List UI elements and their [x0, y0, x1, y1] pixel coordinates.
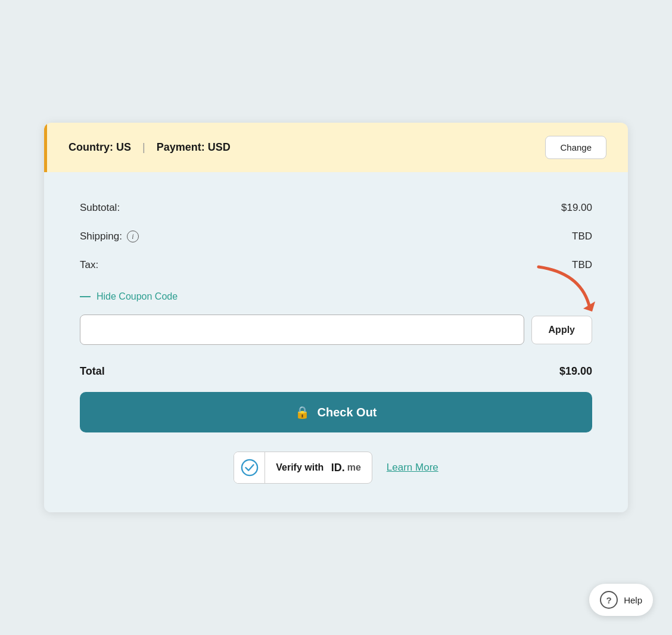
shipping-label: Shipping: i	[80, 231, 139, 242]
verify-section: Verify with ID.me Learn More	[80, 452, 592, 488]
coupon-input[interactable]	[80, 315, 524, 345]
checkout-button[interactable]: 🔒 Check Out	[80, 392, 592, 432]
idme-suffix: me	[347, 462, 361, 473]
idme-check-icon	[234, 452, 265, 483]
total-row: Total $19.00	[80, 359, 592, 392]
total-label: Total	[80, 365, 105, 378]
subtotal-value: $19.00	[561, 202, 592, 214]
coupon-row-wrapper: Apply	[80, 315, 592, 345]
coupon-toggle[interactable]: — Hide Coupon Code	[80, 279, 592, 309]
idme-button[interactable]: Verify with ID.me	[234, 452, 372, 484]
checkout-card: Country: US | Payment: USD Change Subtot…	[44, 123, 628, 512]
subtotal-row: Subtotal: $19.00	[80, 194, 592, 222]
shipping-row: Shipping: i TBD	[80, 222, 592, 251]
help-label: Help	[624, 595, 642, 605]
header-bar: Country: US | Payment: USD Change	[44, 123, 628, 172]
idme-brand: ID.	[331, 462, 345, 474]
payment-label: Payment: USD	[157, 141, 231, 153]
coupon-row: Apply	[80, 315, 592, 345]
separator: |	[142, 141, 145, 153]
main-content: Subtotal: $19.00 Shipping: i TBD Tax: TB…	[44, 172, 628, 512]
tax-label: Tax:	[80, 259, 98, 271]
total-value: $19.00	[559, 365, 592, 378]
coupon-toggle-label: Hide Coupon Code	[97, 291, 178, 302]
help-icon: ?	[600, 591, 618, 609]
shipping-value: TBD	[572, 231, 592, 242]
subtotal-label: Subtotal:	[80, 202, 120, 214]
idme-text: Verify with ID.me	[265, 462, 372, 474]
header-info: Country: US | Payment: USD	[69, 141, 231, 154]
tax-row: Tax: TBD	[80, 251, 592, 279]
lock-icon: 🔒	[295, 405, 310, 419]
change-button[interactable]: Change	[545, 136, 606, 159]
country-label: Country: US	[69, 141, 131, 153]
svg-point-1	[242, 460, 257, 475]
coupon-dash: —	[80, 290, 91, 303]
shipping-info-icon[interactable]: i	[127, 231, 139, 242]
checkout-label: Check Out	[317, 406, 377, 419]
learn-more-button[interactable]: Learn More	[387, 462, 438, 474]
apply-button[interactable]: Apply	[531, 316, 592, 344]
help-button[interactable]: ? Help	[589, 584, 653, 616]
tax-value: TBD	[572, 259, 592, 271]
